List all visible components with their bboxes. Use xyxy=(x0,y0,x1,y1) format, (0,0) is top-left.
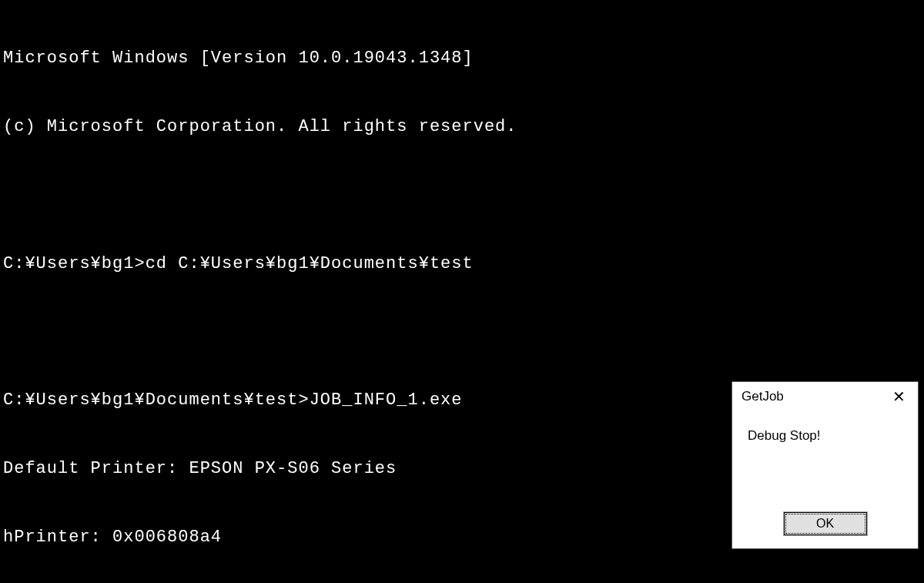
terminal-line xyxy=(3,185,921,207)
terminal-line: C:¥Users¥bg1>cd C:¥Users¥bg1¥Documents¥t… xyxy=(3,253,921,276)
terminal-line: Microsoft Windows [Version 10.0.19043.13… xyxy=(3,47,921,70)
dialog-titlebar[interactable]: GetJob ✕ xyxy=(732,382,918,411)
terminal-line xyxy=(3,321,921,343)
message-box: GetJob ✕ Debug Stop! OK xyxy=(732,381,919,549)
terminal-line: (c) Microsoft Corporation. All rights re… xyxy=(3,116,921,139)
ok-button[interactable]: OK xyxy=(783,511,868,536)
close-icon[interactable]: ✕ xyxy=(889,389,909,404)
dialog-title: GetJob xyxy=(742,389,784,404)
dialog-message: Debug Stop! xyxy=(732,411,918,461)
dialog-footer: OK xyxy=(732,511,918,536)
